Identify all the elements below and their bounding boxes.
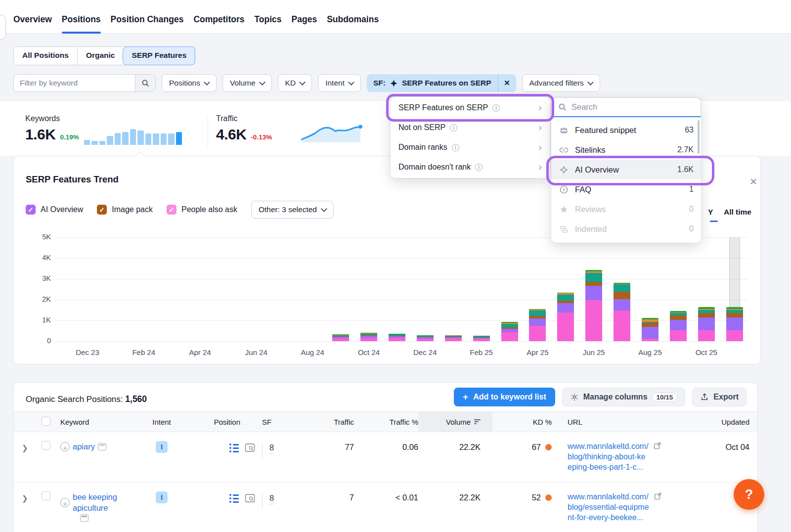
other-features-dropdown[interactable]: Other: 3 selected [251, 201, 334, 219]
bar-stack-jun-25[interactable] [585, 270, 602, 341]
time-range-alltime-tab[interactable]: All time [724, 208, 751, 217]
col-traffic[interactable]: Traffic [290, 418, 354, 426]
serp-preview-icon[interactable] [245, 493, 255, 503]
tab-organic[interactable]: Organic [77, 47, 124, 65]
col-traffic-pct[interactable]: Traffic % [354, 418, 418, 426]
bar-stack-may-25[interactable] [557, 293, 574, 341]
nav-topics[interactable]: Topics [254, 14, 281, 33]
menu-item-domain-ranks[interactable]: Domain ranks i › [391, 137, 550, 157]
col-keyword[interactable]: Keyword [60, 418, 144, 426]
tab-serp-features[interactable]: SERP Features [123, 46, 195, 65]
submenu-search[interactable]: Search [551, 97, 701, 117]
trend-title: SERP Features Trend [26, 174, 119, 185]
position-value[interactable]: 8 [269, 443, 274, 454]
submenu-sitelinks[interactable]: Sitelinks 2.7K [551, 140, 701, 160]
row-checkbox[interactable] [42, 491, 50, 500]
keyword-filter-input[interactable] [14, 75, 135, 91]
legend-image-pack[interactable]: ✓ Image pack [97, 205, 153, 215]
bar-stack-mar-25[interactable] [501, 322, 518, 341]
submenu-ai-overview[interactable]: AI Overview 1.6K [551, 160, 701, 179]
keyword-link[interactable]: apiary [73, 441, 95, 452]
scrollbar[interactable] [698, 120, 700, 154]
col-intent[interactable]: Intent [144, 418, 179, 426]
col-updated[interactable]: Updated [682, 418, 749, 426]
bar-stack-aug-25[interactable] [642, 318, 659, 341]
col-sf[interactable]: SF [262, 418, 290, 426]
bar-stack-oct-25[interactable] [698, 307, 715, 341]
sf-filter-chip[interactable]: SF: SERP Features on SERP ✕ [367, 74, 516, 92]
menu-item-serp-features-on-serp[interactable]: SERP Features on SERP i › [391, 98, 550, 118]
legend-people-also-ask[interactable]: ✓ People also ask [167, 205, 237, 215]
search-button[interactable] [135, 75, 155, 91]
x-axis-tick: Jun 25 [571, 348, 616, 356]
bar-stack-feb-25[interactable] [473, 336, 490, 341]
bar-stack-jul-25[interactable] [614, 283, 630, 341]
nav-overview[interactable]: Overview [13, 14, 52, 33]
nav-subdomains[interactable]: Subdomains [327, 14, 379, 33]
close-icon[interactable]: ✕ [749, 177, 757, 186]
external-link-icon[interactable] [654, 492, 661, 500]
nav-position-changes[interactable]: Position Changes [111, 14, 184, 33]
url-cell: www.mannlakeltd.com/ blog/essential-equi… [552, 491, 682, 523]
sitelinks-icon [559, 145, 569, 155]
nav-competitors[interactable]: Competitors [193, 14, 244, 33]
spark-bar [153, 133, 159, 145]
search-icon [141, 79, 149, 87]
keyword-filter [13, 74, 156, 92]
help-button[interactable]: ? [734, 479, 764, 510]
export-button[interactable]: Export [692, 388, 747, 406]
submenu-faq[interactable]: ? FAQ 1 [551, 179, 701, 199]
add-button-label: Add to keyword list [473, 393, 546, 401]
row-checkbox[interactable] [42, 441, 50, 450]
time-range-1y-tab[interactable]: Y [708, 208, 713, 217]
col-volume-label: Volume [446, 418, 471, 426]
url-link[interactable]: www.mannlakeltd.com/ blog/essential-equi… [568, 491, 649, 523]
url-link[interactable]: www.mannlakeltd.com/ blog/thinking-about… [568, 441, 649, 472]
bar-stack-sep-24[interactable] [332, 334, 349, 341]
bar-stack-dec-24[interactable] [417, 335, 434, 341]
sf-chip-remove-button[interactable]: ✕ [498, 74, 516, 92]
col-url[interactable]: URL [552, 418, 682, 426]
add-keyword-icon[interactable]: + [60, 498, 70, 507]
serp-snapshot-icon[interactable] [80, 514, 88, 522]
bar-stack-nov-25[interactable] [726, 307, 743, 341]
menu-item-domain-doesnt-rank[interactable]: Domain doesn't rank i › [391, 157, 550, 177]
advanced-filters-dropdown[interactable]: Advanced filters [522, 74, 600, 92]
add-to-keyword-list-button[interactable]: + Add to keyword list [454, 388, 555, 406]
submenu-featured-snippet[interactable]: Featured snippet 63 [551, 120, 701, 140]
positions-filter-dropdown[interactable]: Positions [162, 74, 217, 92]
bar-stack-nov-24[interactable] [389, 334, 405, 341]
position-value[interactable]: 8 [269, 493, 274, 504]
bar-stack-oct-24[interactable] [360, 333, 377, 341]
menu-item-not-on-serp[interactable]: Not on SERP i › [391, 118, 550, 137]
add-keyword-icon[interactable]: + [60, 442, 70, 451]
intent-badge[interactable]: I [156, 441, 168, 453]
expand-row-icon[interactable]: ❯ [22, 443, 42, 452]
bar-stack-apr-25[interactable] [529, 309, 546, 341]
volume-filter-dropdown[interactable]: Volume [222, 74, 272, 92]
list-view-icon[interactable] [229, 442, 239, 454]
bar-stack-jan-25[interactable] [445, 335, 462, 341]
expand-row-icon[interactable]: ❯ [22, 494, 42, 503]
keyword-link[interactable]: bee keeping apiculture [73, 491, 124, 513]
col-kd[interactable]: KD % [492, 418, 552, 426]
legend-ai-overview[interactable]: ✓ AI Overview [26, 205, 83, 215]
intent-badge[interactable]: I [156, 491, 168, 503]
kd-filter-dropdown[interactable]: KD [278, 74, 312, 92]
manage-columns-button[interactable]: Manage columns 10/15 [562, 388, 686, 406]
nav-positions[interactable]: Positions [62, 14, 101, 33]
col-volume-sorted[interactable]: Volume [418, 412, 492, 432]
bar-segment [389, 338, 405, 341]
submenu-reviews[interactable]: Reviews 0 [551, 199, 701, 219]
submenu-indented[interactable]: Indented 0 [551, 219, 701, 239]
serp-snapshot-icon[interactable] [98, 443, 106, 450]
serp-preview-icon[interactable] [245, 443, 255, 453]
tab-all-positions[interactable]: All Positions [14, 47, 77, 65]
intent-filter-dropdown[interactable]: Intent [318, 74, 361, 92]
col-position[interactable]: Position [179, 418, 262, 426]
list-view-icon[interactable] [229, 492, 239, 504]
bar-stack-sep-25[interactable] [670, 311, 687, 341]
nav-pages[interactable]: Pages [292, 14, 317, 33]
select-all-checkbox[interactable] [42, 417, 50, 426]
external-link-icon[interactable] [654, 442, 661, 449]
